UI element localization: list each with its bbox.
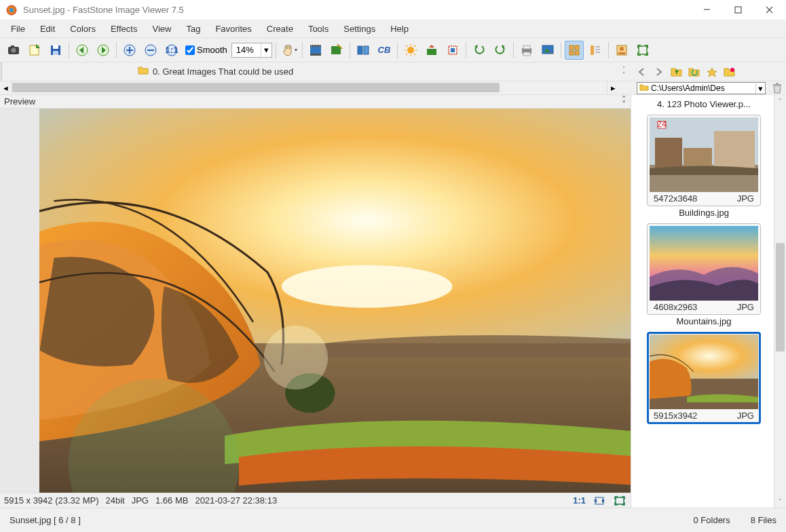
maximize-button[interactable] [722,0,753,20]
hscroll-row: ◂ ▸ C:\Users\Admin\Des ▾ [0,81,786,95]
menu-effects[interactable]: Effects [104,22,145,36]
preview-image [39,109,631,493]
hscroll-right-icon[interactable]: ▸ [607,81,619,94]
status-folders: 0 Folders [690,515,734,525]
splitter[interactable] [0,62,2,81]
view-thumbnails-icon[interactable] [565,41,584,60]
hscroll-left-icon[interactable]: ◂ [0,81,12,94]
menu-tag[interactable]: Tag [179,22,207,36]
folder-row: 0. Great Images That could be used ˄˅ [0,62,786,81]
preview-updown-icon[interactable]: ˄˅ [622,97,626,107]
crop-icon[interactable] [443,41,462,60]
thumb-dims: 4608x2963 [654,302,697,312]
menu-settings[interactable]: Settings [337,22,382,36]
nav-back-icon[interactable] [634,64,649,79]
hand-tool-icon[interactable]: ▾ [280,41,299,60]
save-as-icon[interactable] [25,41,44,60]
view-details-icon[interactable] [586,41,605,60]
capture-icon[interactable] [4,41,23,60]
vscroll-down-icon[interactable]: ˅ [774,495,786,508]
prev-image-icon[interactable] [73,41,92,60]
thumb-text-top[interactable]: 4. 123 Photo Viewer.p... [635,98,772,111]
menu-help[interactable]: Help [383,22,415,36]
svg-line-42 [406,54,407,55]
folder-label[interactable]: 0. Great Images That could be used [153,66,293,77]
nav-favorite-icon[interactable] [705,64,719,79]
zoom-combo[interactable]: 14% ▾ [231,43,272,58]
nav-forward-icon[interactable] [652,64,667,79]
nav-tag-icon[interactable] [722,64,737,79]
compare-icon[interactable] [354,41,373,60]
menu-edit[interactable]: Edit [33,22,62,36]
fit-window-icon[interactable] [613,495,626,507]
svg-text:1:1: 1:1 [166,45,179,55]
path-combo[interactable]: C:\Users\Admin\Des ▾ [637,82,766,94]
svg-line-39 [406,45,407,47]
next-image-icon[interactable] [94,41,113,60]
vscroll-thumb[interactable] [776,243,785,352]
svg-point-7 [12,48,16,52]
recycle-bin-icon[interactable] [768,81,786,94]
vscroll-up-icon[interactable]: ˄ [774,95,786,107]
svg-rect-29 [331,46,341,54]
menu-file[interactable]: File [4,22,32,36]
thumb-item-buildings[interactable]: 24 5472x3648JPG Buildings.jpg [635,115,772,219]
menu-view[interactable]: View [145,22,178,36]
thumb-item-sunset[interactable]: 5915x3942JPG [635,332,772,424]
menu-colors[interactable]: Colors [63,22,102,36]
svg-point-62 [620,47,624,51]
svg-point-66 [730,68,734,72]
fit-width-icon[interactable] [593,495,606,507]
adjust-lighting-icon[interactable] [401,41,420,60]
nav-refresh-icon[interactable] [687,64,702,79]
svg-rect-31 [358,46,362,54]
thumb-vscroll[interactable]: ˄ ˅ [774,95,786,508]
info-ratio[interactable]: 1:1 [573,495,586,506]
svg-point-26 [314,45,315,46]
wallpaper-icon[interactable] [538,41,557,60]
rotate-right-icon[interactable] [491,41,510,60]
smooth-checkbox[interactable] [185,45,195,55]
resize-icon[interactable] [422,41,441,60]
fullscreen-icon[interactable] [633,41,652,60]
folder-icon [138,66,149,77]
menu-favorites[interactable]: Favorites [208,22,258,36]
batch-convert-icon[interactable]: CB [375,41,394,60]
smooth-label: Smooth [197,45,227,55]
svg-line-41 [414,45,415,47]
svg-rect-55 [569,51,574,55]
save-icon[interactable] [46,41,65,60]
svg-rect-49 [523,45,530,49]
svg-point-34 [407,47,414,54]
print-icon[interactable] [517,41,536,60]
chevron-down-icon[interactable]: ▾ [755,83,765,94]
chevron-down-icon[interactable]: ▾ [261,43,272,57]
thumb-image [650,335,758,409]
menu-create[interactable]: Create [260,22,300,36]
slideshow-icon[interactable] [306,41,325,60]
thumb-name: Buildings.jpg [635,206,772,219]
status-bar: Sunset.jpg [ 6 / 8 ] 0 Folders 8 Files [0,508,786,532]
hscroll-thumb[interactable] [12,83,500,92]
thumbnail-list[interactable]: 4. 123 Photo Viewer.p... 24 5472x3648JPG [631,95,774,508]
zoom-out-icon[interactable] [141,41,160,60]
svg-rect-54 [575,45,579,50]
info-format: JPG [132,495,149,506]
close-button[interactable] [753,0,785,20]
thumb-image: 24 [650,117,758,192]
minimize-button[interactable] [691,0,722,20]
zoom-actual-icon[interactable]: 1:1 [162,41,181,60]
contact-sheet-icon[interactable] [612,41,631,60]
svg-point-28 [319,45,320,46]
slideshow-builder-icon[interactable] [327,41,346,60]
zoom-in-icon[interactable] [120,41,139,60]
hscroll-track[interactable] [12,81,607,94]
folder-updown[interactable]: ˄˅ [618,66,630,77]
thumb-fmt: JPG [737,302,754,312]
svg-rect-50 [523,52,530,56]
rotate-left-icon[interactable] [470,41,489,60]
thumb-item-mountains[interactable]: 4608x2963JPG Mountains.jpg [635,223,772,328]
nav-up-icon[interactable] [669,64,684,79]
preview-body[interactable] [0,109,631,493]
menu-tools[interactable]: Tools [301,22,335,36]
